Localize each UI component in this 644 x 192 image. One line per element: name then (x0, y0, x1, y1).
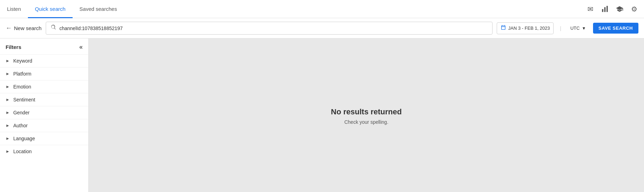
filter-emotion-label: Emotion (13, 84, 31, 90)
no-results-subtitle: Check your spelling. (331, 119, 402, 125)
tab-listen[interactable]: Listen (6, 0, 28, 18)
filter-platform-label: Platform (13, 71, 31, 77)
filter-language[interactable]: ► Language (0, 132, 88, 145)
chevron-right-icon: ► (6, 149, 10, 154)
filter-gender[interactable]: ► Gender (0, 106, 88, 119)
date-separator: | (558, 26, 563, 31)
filter-sentiment-label: Sentiment (13, 97, 35, 102)
search-input-wrapper (46, 22, 493, 35)
filter-sentiment[interactable]: ► Sentiment (0, 93, 88, 106)
content-area: No results returned Check your spelling. (89, 38, 644, 192)
filter-gender-label: Gender (13, 110, 30, 115)
email-icon[interactable]: ✉ (586, 5, 594, 13)
tab-quick-search-label: Quick search (35, 6, 66, 12)
chevron-right-icon: ► (6, 84, 10, 89)
no-results-title: No results returned (331, 107, 402, 116)
filters-title: Filters (6, 44, 21, 50)
svg-rect-2 (607, 6, 608, 12)
filter-author[interactable]: ► Author (0, 119, 88, 132)
collapse-sidebar-button[interactable]: « (79, 43, 83, 51)
sidebar-header: Filters « (0, 38, 88, 54)
back-arrow-icon: ← (6, 24, 12, 32)
filter-platform[interactable]: ► Platform (0, 67, 88, 80)
top-nav: Listen Quick search Saved searches ✉ ⚙ (0, 0, 644, 18)
filter-language-label: Language (13, 136, 35, 141)
timezone-label: UTC (570, 26, 580, 31)
date-range-button[interactable]: JAN 3 - FEB 1, 2023 (497, 22, 554, 34)
nav-icons: ✉ ⚙ (586, 5, 638, 13)
sidebar: Filters « ► Keyword ► Platform ► Emotion… (0, 38, 89, 192)
tab-saved-searches[interactable]: Saved searches (73, 0, 124, 18)
filter-author-label: Author (13, 123, 28, 128)
search-icon (50, 24, 57, 32)
tab-quick-search[interactable]: Quick search (28, 0, 73, 18)
save-search-button[interactable]: SAVE SEARCH (593, 23, 638, 34)
filter-keyword-label: Keyword (13, 58, 32, 64)
chevron-right-icon: ► (6, 71, 10, 76)
tab-saved-searches-label: Saved searches (80, 6, 117, 12)
main-layout: Filters « ► Keyword ► Platform ► Emotion… (0, 38, 644, 192)
search-bar-row: ← New search JAN 3 - FEB 1, 2023 | UTC ▼… (0, 18, 644, 38)
chevron-right-icon: ► (6, 110, 10, 115)
chevron-down-icon: ▼ (582, 26, 586, 31)
chevron-right-icon: ► (6, 123, 10, 128)
nav-tabs: Listen Quick search Saved searches (6, 0, 124, 18)
new-search-button[interactable]: ← New search (6, 24, 42, 32)
filter-emotion[interactable]: ► Emotion (0, 80, 88, 93)
filter-location-label: Location (13, 149, 32, 154)
no-results-panel: No results returned Check your spelling. (331, 107, 402, 125)
date-range-label: JAN 3 - FEB 1, 2023 (508, 26, 550, 31)
tab-listen-label: Listen (7, 6, 21, 12)
settings-icon[interactable]: ⚙ (630, 5, 638, 13)
svg-rect-1 (604, 7, 606, 12)
search-input[interactable] (59, 26, 488, 31)
chart-icon[interactable] (601, 5, 609, 13)
chevron-right-icon: ► (6, 58, 10, 63)
chevron-right-icon: ► (6, 97, 10, 102)
graduation-icon[interactable] (615, 5, 624, 13)
svg-rect-0 (602, 9, 604, 12)
new-search-label: New search (14, 25, 42, 31)
filter-location[interactable]: ► Location (0, 145, 88, 158)
chevron-right-icon: ► (6, 136, 10, 141)
calendar-icon (501, 25, 506, 32)
filter-keyword[interactable]: ► Keyword (0, 54, 88, 67)
timezone-button[interactable]: UTC ▼ (568, 23, 589, 33)
